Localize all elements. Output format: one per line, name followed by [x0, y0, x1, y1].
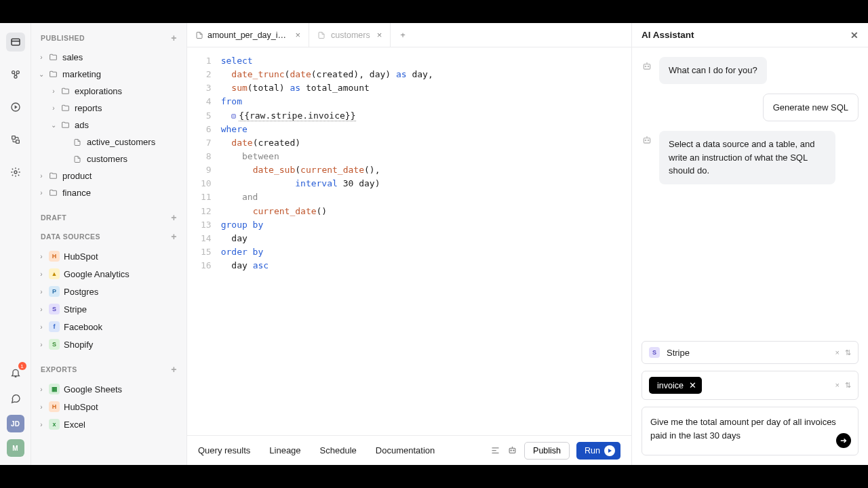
- tree-file-active-customers[interactable]: active_customers: [31, 134, 186, 150]
- window-bottombar: [0, 465, 868, 488]
- tab-close-icon[interactable]: ×: [295, 30, 300, 40]
- section-label: EXPORTS: [41, 365, 77, 373]
- datasource-select[interactable]: S Stripe ×⇅: [642, 341, 859, 364]
- editor-footer: Query results Lineage Schedule Documenta…: [187, 435, 631, 465]
- rail-runs-icon[interactable]: [6, 98, 25, 117]
- run-button[interactable]: Run: [576, 442, 620, 460]
- svg-point-9: [511, 450, 511, 451]
- publish-button[interactable]: Publish: [524, 442, 570, 460]
- svg-point-15: [645, 140, 646, 140]
- editor-area: amount_per_day_invoic... × customers × +…: [187, 23, 632, 465]
- footer-tab-schedule[interactable]: Schedule: [320, 445, 357, 455]
- footer-tab-lineage[interactable]: Lineage: [269, 445, 300, 455]
- rail-notifications-icon[interactable]: 1: [6, 363, 25, 382]
- svg-point-16: [648, 140, 648, 140]
- ai-header: AI Assistant ✕: [632, 23, 868, 47]
- rail-settings-icon[interactable]: [6, 163, 25, 182]
- ai-message: What can I do for you?: [659, 57, 767, 84]
- footer-tab-query-results[interactable]: Query results: [198, 445, 250, 455]
- list-item[interactable]: ›HHubSpot: [31, 247, 186, 265]
- play-icon: [604, 445, 615, 456]
- add-datasource-icon[interactable]: +: [171, 231, 177, 242]
- list-item[interactable]: ›▦Google Sheets: [31, 380, 186, 398]
- add-published-icon[interactable]: +: [171, 33, 177, 43]
- bot-icon: [642, 135, 652, 146]
- footer-tab-documentation[interactable]: Documentation: [376, 445, 435, 455]
- send-button[interactable]: ➜: [836, 433, 851, 448]
- tree-folder-ads[interactable]: ⌄ads: [31, 117, 186, 134]
- prompt-input[interactable]: Give me the total amount per day of all …: [642, 407, 859, 455]
- line-gutter: 12345678910111213141516: [187, 54, 221, 428]
- user-avatar-2[interactable]: M: [7, 439, 24, 457]
- chevron-updown-icon[interactable]: ⇅: [845, 381, 851, 390]
- svg-point-12: [645, 66, 646, 66]
- add-export-icon[interactable]: +: [171, 364, 177, 375]
- list-item[interactable]: ›SStripe: [31, 300, 186, 318]
- ai-panel: AI Assistant ✕ What can I do for you? Ge…: [632, 23, 868, 465]
- table-chip: invoice✕: [649, 377, 702, 394]
- ai-icon[interactable]: [507, 445, 517, 455]
- tree-folder-reports[interactable]: ›reports: [31, 100, 186, 117]
- user-avatar-1[interactable]: JD: [7, 415, 24, 432]
- sidebar: PUBLISHED + ›sales ⌄marketing ›explorati…: [31, 23, 187, 465]
- datasource-name: Stripe: [667, 348, 690, 358]
- section-published: PUBLISHED +: [31, 28, 186, 47]
- tab-customers[interactable]: customers ×: [309, 23, 391, 47]
- section-datasources: DATA SOURCES +: [31, 227, 186, 246]
- chip-remove-icon[interactable]: ✕: [689, 380, 696, 390]
- svg-point-13: [648, 66, 648, 66]
- datasource-badge: S: [649, 347, 660, 358]
- list-item[interactable]: ›xExcel: [31, 415, 186, 433]
- clear-icon[interactable]: ×: [835, 348, 840, 357]
- nav-rail: 1 JD M: [0, 23, 31, 465]
- ai-message: Select a data source and a table, and wr…: [659, 131, 835, 184]
- notification-badge: 1: [18, 362, 26, 370]
- code-body: select date_trunc(date(created), day) as…: [221, 54, 433, 428]
- format-icon[interactable]: [490, 445, 500, 455]
- list-item[interactable]: ›fFacebook: [31, 318, 186, 336]
- clear-icon[interactable]: ×: [835, 381, 840, 390]
- ai-title: AI Assistant: [642, 30, 694, 40]
- tree-folder-product[interactable]: ›product: [31, 167, 186, 184]
- svg-rect-5: [12, 136, 15, 140]
- add-draft-icon[interactable]: +: [171, 212, 177, 223]
- window-topbar: [0, 0, 868, 23]
- rail-explorer-icon[interactable]: [6, 33, 25, 52]
- tree-folder-marketing[interactable]: ⌄marketing: [31, 66, 186, 83]
- file-icon: [317, 31, 327, 39]
- bot-icon: [642, 61, 652, 72]
- list-item[interactable]: ›▲Google Analytics: [31, 265, 186, 283]
- tab-add-icon[interactable]: +: [391, 30, 415, 40]
- rail-chat-icon[interactable]: [6, 389, 25, 408]
- svg-rect-0: [12, 39, 20, 45]
- tree-folder-sales[interactable]: ›sales: [31, 49, 186, 66]
- rail-integrations-icon[interactable]: [6, 130, 25, 149]
- section-label: DATA SOURCES: [41, 232, 100, 241]
- section-label: DRAFT: [41, 214, 66, 222]
- list-item[interactable]: ›PPostgres: [31, 283, 186, 300]
- svg-rect-6: [16, 140, 19, 144]
- section-label: PUBLISHED: [41, 34, 85, 42]
- svg-point-10: [513, 450, 514, 451]
- rail-schema-icon[interactable]: [6, 65, 25, 84]
- svg-point-7: [14, 171, 17, 174]
- tab-amount-per-day[interactable]: amount_per_day_invoic... ×: [187, 23, 309, 47]
- tree-file-customers[interactable]: customers: [31, 150, 186, 167]
- close-icon[interactable]: ✕: [850, 30, 859, 41]
- chevron-updown-icon[interactable]: ⇅: [845, 348, 851, 357]
- section-exports: EXPORTS +: [31, 360, 186, 379]
- tab-close-icon[interactable]: ×: [377, 30, 382, 40]
- section-draft: DRAFT +: [31, 208, 186, 227]
- table-select[interactable]: invoice✕ ×⇅: [642, 371, 859, 400]
- list-item[interactable]: ›SShopify: [31, 336, 186, 353]
- tree-folder-explorations[interactable]: ›explorations: [31, 83, 186, 100]
- ai-action-button[interactable]: Generate new SQL: [763, 94, 859, 122]
- list-item[interactable]: ›HHubSpot: [31, 398, 186, 415]
- svg-point-3: [14, 75, 17, 78]
- file-icon: [195, 31, 203, 39]
- code-editor[interactable]: 12345678910111213141516 select date_trun…: [187, 47, 631, 435]
- tab-bar: amount_per_day_invoic... × customers × +: [187, 23, 631, 47]
- tree-folder-finance[interactable]: ›finance: [31, 184, 186, 201]
